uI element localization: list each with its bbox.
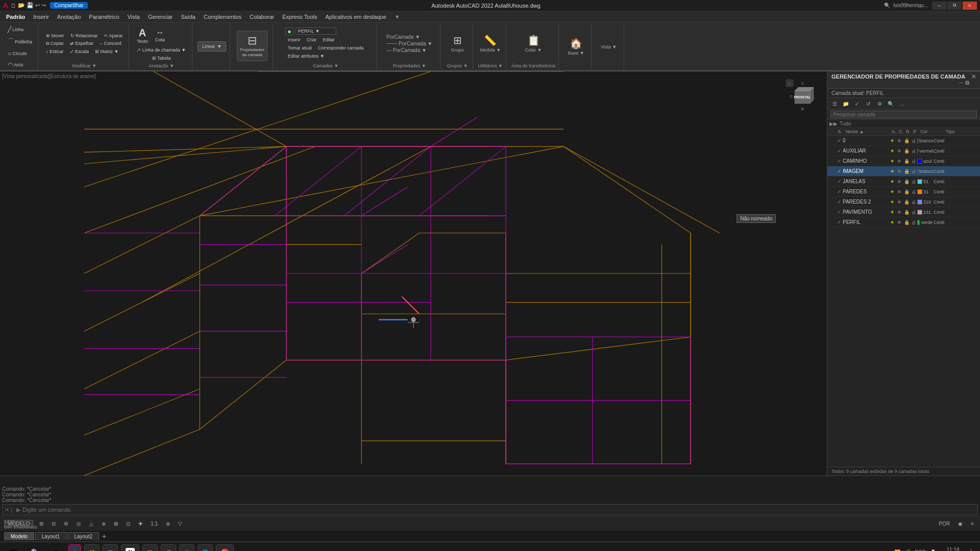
layer-lock-icon[interactable]: 🔒 bbox=[903, 148, 910, 154]
layer-freeze-icon[interactable]: ❄ bbox=[896, 169, 903, 174]
layer-print-icon[interactable]: 🖨 bbox=[910, 138, 917, 143]
layer-color[interactable]: branco bbox=[917, 169, 933, 174]
search-button[interactable]: 🔍 bbox=[26, 544, 44, 552]
search-icon[interactable]: 🔍 bbox=[884, 3, 890, 8]
status-lineweight[interactable]: ⊠ bbox=[112, 521, 120, 527]
taskbar-app-file[interactable]: 📁 bbox=[84, 544, 100, 552]
qa-open[interactable]: 📂 bbox=[18, 2, 25, 9]
menu-colaborar[interactable]: Colaborar bbox=[246, 13, 278, 21]
layer-color[interactable]: vermel... bbox=[917, 148, 933, 154]
layer-lock-icon[interactable]: 🔒 bbox=[903, 210, 910, 215]
layer-search-input[interactable] bbox=[830, 111, 977, 118]
layer-lock-icon[interactable]: 🔒 bbox=[903, 179, 910, 184]
cmd-input[interactable] bbox=[22, 507, 977, 513]
tool-copiar[interactable]: ⧉ Copiar bbox=[43, 40, 66, 47]
btn-editar[interactable]: Editar bbox=[320, 36, 337, 43]
btn-editar-atributos[interactable]: Editar atributos ▼ bbox=[285, 53, 327, 60]
status-snap[interactable]: ⊟ bbox=[50, 521, 58, 527]
taskbar-clock[interactable]: 11:18 13/04/2023 bbox=[940, 547, 966, 552]
btn-corresponder[interactable]: Corresponder camada bbox=[315, 44, 366, 52]
tab-layout2[interactable]: Layout2 bbox=[67, 532, 99, 540]
task-view-button[interactable]: ⊡ bbox=[47, 544, 65, 552]
layer-lock-icon[interactable]: 🔒 bbox=[903, 138, 910, 143]
layer-print-icon[interactable]: 🖨 bbox=[910, 210, 917, 215]
layer-lock-icon[interactable]: 🔒 bbox=[903, 220, 910, 225]
layer-row[interactable]: ✓ IMAGEM ☀ ❄ 🔒 🖨 branco Conti bbox=[827, 166, 980, 177]
share-button[interactable]: Compartilhar bbox=[50, 2, 87, 9]
add-layout-button[interactable]: + bbox=[100, 532, 108, 540]
layer-on-icon[interactable]: ☀ bbox=[889, 210, 896, 215]
start-button[interactable]: ⊞ bbox=[4, 544, 22, 552]
layer-lock-icon[interactable]: 🔒 bbox=[903, 189, 910, 194]
layer-freeze-icon[interactable]: ❄ bbox=[896, 138, 903, 143]
layer-row[interactable]: ✓ 0 ☀ ❄ 🔒 🖨 branco Conti bbox=[827, 136, 980, 146]
layer-on-icon[interactable]: ☀ bbox=[889, 189, 896, 194]
tab-layout1[interactable]: Layout1 bbox=[35, 532, 67, 540]
cad-viewport[interactable]: [Vista personalizada][Estrutura de arame… bbox=[0, 71, 827, 475]
tool-texto[interactable]: A Texto bbox=[134, 26, 151, 45]
layer-on-icon[interactable]: ☀ bbox=[889, 159, 896, 164]
tool-esticar[interactable]: ↕ Esticar bbox=[43, 48, 66, 55]
tool-mover[interactable]: ⊕ Mover bbox=[43, 32, 67, 39]
layer-row[interactable]: ✓ PAREDES ☀ ❄ 🔒 🖨 31 Conti bbox=[827, 187, 980, 197]
menu-saida[interactable]: Saída bbox=[177, 13, 200, 21]
menu-aplicativos[interactable]: Aplicativos em destaque bbox=[322, 13, 390, 21]
tool-espelhar[interactable]: ⇌ Espelhar bbox=[67, 40, 96, 47]
layer-print-icon[interactable]: 🖨 bbox=[910, 179, 917, 184]
layer-color[interactable]: branco bbox=[917, 138, 933, 143]
status-polar[interactable]: ◎ bbox=[75, 521, 83, 527]
taskbar-app-folder[interactable]: 📂 bbox=[142, 544, 158, 552]
linear-dropdown[interactable]: Linear ▼ bbox=[198, 41, 226, 52]
tool-linha[interactable]: ╱Linha bbox=[5, 24, 35, 35]
layer-on-icon[interactable]: ☀ bbox=[889, 138, 896, 143]
layer-color[interactable]: 31 bbox=[917, 189, 933, 194]
tab-modelo[interactable]: Modelo bbox=[4, 532, 34, 540]
taskbar-app-notion[interactable]: N bbox=[121, 544, 139, 552]
status-transparency[interactable]: ⊡ bbox=[124, 521, 132, 527]
status-annotation[interactable]: ⊕ bbox=[164, 521, 172, 527]
btn-criar[interactable]: Criar bbox=[304, 36, 320, 43]
expand-all-icon[interactable]: ▶▶ bbox=[829, 121, 838, 127]
tool-rotacionar[interactable]: ↻ Rotacionar bbox=[68, 32, 101, 39]
status-tracking[interactable]: ⊕ bbox=[100, 521, 108, 527]
status-selection[interactable]: ✚ bbox=[136, 521, 144, 527]
viewcube[interactable]: FRONTAL N O L S ⌂ bbox=[782, 76, 823, 116]
tool-cota[interactable]: ↔ Cota bbox=[153, 27, 167, 44]
layer-freeze-icon[interactable]: ❄ bbox=[896, 189, 903, 194]
menu-parametrico[interactable]: Paramétrico bbox=[85, 13, 123, 21]
tool-arco[interactable]: ◠Arco bbox=[5, 60, 35, 70]
maximize-panel-button[interactable]: ⧉ bbox=[965, 80, 969, 86]
qa-new[interactable]: 🗋 bbox=[11, 2, 16, 9]
layer-more-button[interactable]: … bbox=[897, 99, 907, 108]
taskbar-app-autocad2[interactable]: 🔴 bbox=[216, 544, 234, 552]
layer-row[interactable]: ✓ AUXILIAR ☀ ❄ 🔒 🖨 vermel... Conti bbox=[827, 146, 980, 156]
menu-vista[interactable]: Vista bbox=[124, 13, 144, 21]
tool-concord[interactable]: ⌢ Concord. bbox=[97, 40, 125, 47]
layer-on-icon[interactable]: ☀ bbox=[889, 148, 896, 154]
status-object-snap[interactable]: △ bbox=[87, 521, 95, 527]
layer-freeze-icon[interactable]: ❄ bbox=[896, 199, 903, 205]
restore-button[interactable]: ⧉ bbox=[947, 2, 962, 10]
status-workspace[interactable]: ▽ bbox=[176, 521, 184, 527]
minimize-panel-button[interactable]: ─ bbox=[959, 80, 963, 86]
layer-settings-button[interactable]: ⚙ bbox=[874, 99, 885, 108]
propriedades-camada-button[interactable]: ⊟ Propriedadesda camada bbox=[237, 31, 267, 61]
layer-row[interactable]: ✓ PAVIMENTO ☀ ❄ 🔒 🖨 131 Conti bbox=[827, 207, 980, 217]
layer-refresh-button[interactable]: ↺ bbox=[863, 99, 873, 108]
menu-gerenciar[interactable]: Gerenciar bbox=[144, 13, 177, 21]
layer-freeze-icon[interactable]: ❄ bbox=[896, 148, 903, 154]
close-panel-button[interactable]: ✕ bbox=[971, 73, 976, 80]
layer-print-icon[interactable]: 🖨 bbox=[910, 148, 917, 154]
menu-express[interactable]: Express Tools bbox=[278, 13, 321, 21]
status-network[interactable]: ◉ bbox=[956, 521, 965, 527]
qa-undo[interactable]: ↩ bbox=[35, 2, 40, 9]
tool-escala[interactable]: ⤢ Escala bbox=[67, 48, 92, 55]
layer-freeze-icon[interactable]: ❄ bbox=[896, 220, 903, 225]
layer-selector[interactable]: PERFIL ▼ bbox=[296, 28, 336, 35]
layer-freeze-icon[interactable]: ❄ bbox=[896, 210, 903, 215]
layer-current-button[interactable]: ✓ bbox=[852, 99, 862, 108]
layer-delete-button[interactable]: 📁 bbox=[841, 99, 851, 108]
menu-more[interactable]: ▼ bbox=[390, 13, 404, 21]
layer-color[interactable]: verde bbox=[917, 220, 933, 225]
layer-freeze-icon[interactable]: ❄ bbox=[896, 179, 903, 184]
